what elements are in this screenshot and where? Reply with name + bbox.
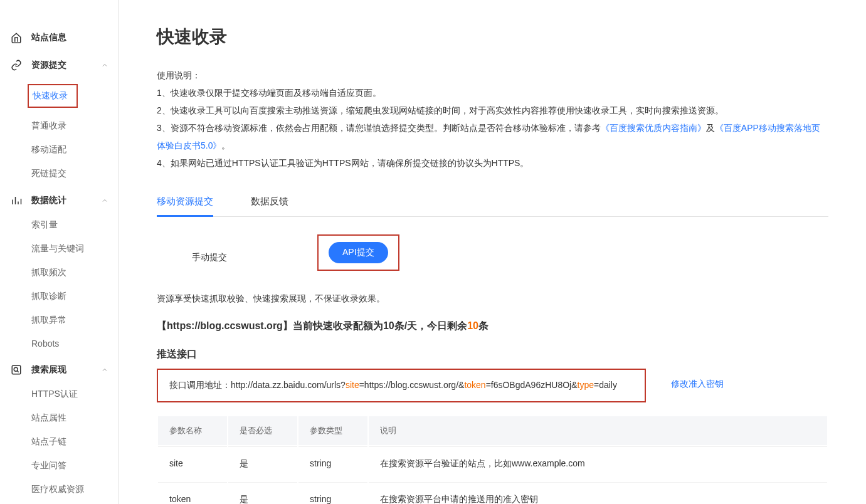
th-required: 是否必选 xyxy=(228,416,297,445)
instructions-label: 使用说明： xyxy=(157,66,828,84)
tab-data-feedback[interactable]: 数据反馈 xyxy=(251,187,288,216)
main-content: 快速收录 使用说明： 1、快速收录仅限于提交移动端页面及移动端自适应页面。 2、… xyxy=(119,0,866,504)
quota-line: 【https://blog.ccswust.org】当前快速收录配额为10条/天… xyxy=(157,320,828,333)
nav-title: 搜索展现 xyxy=(31,364,101,375)
sidebar-item-https[interactable]: HTTPS认证 xyxy=(31,382,119,406)
subtab-api-button[interactable]: API提交 xyxy=(329,242,388,263)
nav-header-data-stats[interactable]: 数据统计 xyxy=(0,188,119,213)
push-section-title: 推送接口 xyxy=(157,348,828,361)
param-token: token xyxy=(464,380,485,390)
params-table: 参数名称 是否必选 参数类型 说明 site 是 string 在搜索资源平台验… xyxy=(157,415,828,504)
search-display-icon xyxy=(10,364,23,376)
tab-mobile-submit[interactable]: 移动资源提交 xyxy=(157,187,213,216)
push-row: 接口调用地址：http://data.zz.baidu.com/urls?sit… xyxy=(157,369,828,402)
subtab-manual[interactable]: 手动提交 xyxy=(179,246,240,270)
svg-line-6 xyxy=(18,371,19,372)
sidebar-item-mobile-adapt[interactable]: 移动适配 xyxy=(31,138,119,162)
sidebar-item-site-sublink[interactable]: 站点子链 xyxy=(31,430,119,454)
nav-title: 数据统计 xyxy=(31,195,101,206)
nav-group-site-info: 站点信息 xyxy=(0,25,119,50)
th-name: 参数名称 xyxy=(158,416,227,445)
instruction-line-4: 4、如果网站已通过HTTPS认证工具验证为HTTPS网站，请确保所提交链接的协议… xyxy=(157,154,828,172)
chevron-up-icon xyxy=(101,61,108,69)
param-type: type xyxy=(578,380,594,390)
sidebar-item-crawl-error[interactable]: 抓取异常 xyxy=(31,308,119,332)
th-type: 参数类型 xyxy=(298,416,367,445)
sidebar-item-crawl-freq[interactable]: 抓取频次 xyxy=(31,261,119,285)
nav-group-data-stats: 数据统计 索引量 流量与关键词 抓取频次 抓取诊断 抓取异常 Robots xyxy=(0,188,119,355)
instruction-line-1: 1、快速收录仅限于提交移动端页面及移动端自适应页面。 xyxy=(157,84,828,102)
home-icon xyxy=(10,31,23,44)
sidebar: 站点信息 资源提交 快速收录 普通收录 移动适配 死链提交 xyxy=(0,0,119,504)
instruction-line-2: 2、快速收录工具可以向百度搜索主动推送资源，缩短爬虫发现网站链接的时间，对于高实… xyxy=(157,102,828,119)
sidebar-item-traffic-keywords[interactable]: 流量与关键词 xyxy=(31,237,119,261)
param-site: site xyxy=(346,380,359,390)
nav-header-search-display[interactable]: 搜索展现 xyxy=(0,357,119,382)
chevron-up-icon xyxy=(101,197,108,204)
sidebar-item-pro-qa[interactable]: 专业问答 xyxy=(31,454,119,478)
sidebar-item-robots[interactable]: Robots xyxy=(31,332,119,355)
link-icon xyxy=(10,59,23,71)
api-url-box: 接口调用地址：http://data.zz.baidu.com/urls?sit… xyxy=(157,369,646,402)
main-tabs: 移动资源提交 数据反馈 xyxy=(157,187,828,217)
chevron-up-icon xyxy=(101,366,108,374)
sidebar-item-normal-index[interactable]: 普通收录 xyxy=(31,114,119,138)
nav-title: 资源提交 xyxy=(31,60,101,71)
sidebar-item-medical[interactable]: 医疗权威资源 xyxy=(31,478,119,501)
quota-count: 10 xyxy=(467,320,478,331)
nav-group-resource-submit: 资源提交 快速收录 普通收录 移动适配 死链提交 xyxy=(0,53,119,186)
svg-rect-4 xyxy=(12,365,21,374)
sidebar-item-crawl-diag[interactable]: 抓取诊断 xyxy=(31,285,119,308)
nav-header-resource-submit[interactable]: 资源提交 xyxy=(0,53,119,78)
subtab-row: 手动提交 API提交 xyxy=(157,234,828,281)
table-row: token 是 string 在搜索资源平台申请的推送用的准入密钥 xyxy=(158,482,827,504)
sidebar-item-fast-index[interactable]: 快速收录 xyxy=(31,78,119,114)
table-header-row: 参数名称 是否必选 参数类型 说明 xyxy=(158,416,827,445)
sidebar-item-index-count[interactable]: 索引量 xyxy=(31,213,119,237)
sidebar-item-deadlink[interactable]: 死链提交 xyxy=(31,162,119,186)
nav-header-site-info[interactable]: 站点信息 xyxy=(0,25,119,50)
guide-link-1[interactable]: 《百度搜索优质内容指南》 xyxy=(601,123,706,133)
nav-group-search-display: 搜索展现 HTTPS认证 站点属性 站点子链 专业问答 医疗权威资源 xyxy=(0,357,119,501)
highlight-box: 快速收录 xyxy=(28,84,78,108)
page-title: 快速收录 xyxy=(157,25,828,49)
instructions: 使用说明： 1、快速收录仅限于提交移动端页面及移动端自适应页面。 2、快速收录工… xyxy=(157,66,828,172)
th-desc: 说明 xyxy=(369,416,827,445)
instruction-line-3: 3、资源不符合移动资源标准，依然会占用配额，请您谨慎选择提交类型。判断站点是否符… xyxy=(157,119,828,154)
table-row: site 是 string 在搜索资源平台验证的站点，比如www.example… xyxy=(158,446,827,481)
modify-token-link[interactable]: 修改准入密钥 xyxy=(671,369,724,390)
highlight-box-api: API提交 xyxy=(317,234,399,271)
note-text: 资源享受快速抓取校验、快速搜索展现，不保证收录效果。 xyxy=(157,293,828,305)
nav-title: 站点信息 xyxy=(31,32,108,43)
stats-icon xyxy=(10,194,23,207)
sidebar-item-site-attr[interactable]: 站点属性 xyxy=(31,406,119,430)
svg-point-5 xyxy=(14,367,18,371)
